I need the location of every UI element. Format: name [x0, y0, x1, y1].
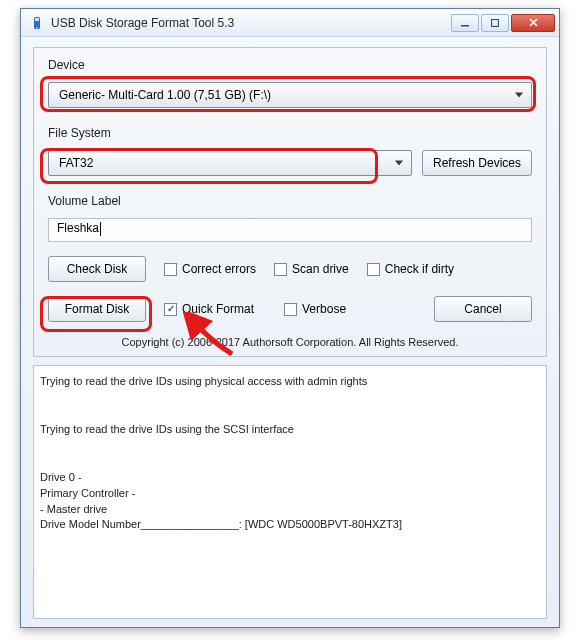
device-label: Device	[48, 58, 532, 72]
svg-rect-2	[36, 27, 38, 29]
filesystem-value: FAT32	[59, 156, 93, 170]
quick-format-checkbox[interactable]: ✓ Quick Format	[164, 302, 254, 316]
close-button[interactable]	[511, 14, 555, 32]
check-disk-button[interactable]: Check Disk	[48, 256, 146, 282]
main-panel: Device Generic- Multi-Card 1.00 (7,51 GB…	[33, 47, 547, 357]
checkbox-label: Verbose	[302, 302, 346, 316]
maximize-button[interactable]	[481, 14, 509, 32]
volume-label-value: Fleshka	[57, 221, 99, 235]
checkbox-label: Check if dirty	[385, 262, 454, 276]
device-dropdown[interactable]: Generic- Multi-Card 1.00 (7,51 GB) (F:\)	[48, 82, 532, 108]
app-icon	[29, 15, 45, 31]
client-area: Device Generic- Multi-Card 1.00 (7,51 GB…	[21, 37, 559, 627]
checkbox-label: Correct errors	[182, 262, 256, 276]
checkbox-box	[274, 263, 287, 276]
svg-rect-4	[492, 19, 499, 26]
check-disk-row: Check Disk Correct errors Scan drive Che…	[48, 256, 532, 282]
svg-rect-3	[461, 25, 469, 27]
filesystem-dropdown[interactable]: FAT32	[48, 150, 412, 176]
chevron-down-icon	[515, 93, 523, 98]
device-value: Generic- Multi-Card 1.00 (7,51 GB) (F:\)	[59, 88, 271, 102]
volume-label-label: Volume Label	[48, 194, 532, 208]
filesystem-label: File System	[48, 126, 412, 140]
format-row: Format Disk ✓ Quick Format Verbose Cance…	[48, 296, 532, 322]
format-disk-button[interactable]: Format Disk	[48, 296, 146, 322]
checkbox-box: ✓	[164, 303, 177, 316]
volume-label-input[interactable]: Fleshka	[48, 218, 532, 242]
correct-errors-checkbox[interactable]: Correct errors	[164, 262, 256, 276]
cancel-button[interactable]: Cancel	[434, 296, 532, 322]
refresh-devices-button[interactable]: Refresh Devices	[422, 150, 532, 176]
scan-drive-checkbox[interactable]: Scan drive	[274, 262, 349, 276]
verbose-checkbox[interactable]: Verbose	[284, 302, 346, 316]
titlebar: USB Disk Storage Format Tool 5.3	[21, 9, 559, 37]
check-if-dirty-checkbox[interactable]: Check if dirty	[367, 262, 454, 276]
log-output[interactable]: Trying to read the drive IDs using physi…	[33, 365, 547, 619]
minimize-button[interactable]	[451, 14, 479, 32]
checkbox-box	[164, 263, 177, 276]
svg-rect-1	[35, 18, 39, 21]
app-window: USB Disk Storage Format Tool 5.3 Device …	[20, 8, 560, 628]
checkbox-box	[367, 263, 380, 276]
chevron-down-icon	[395, 161, 403, 166]
checkbox-label: Scan drive	[292, 262, 349, 276]
window-controls	[451, 14, 555, 32]
copyright-text: Copyright (c) 2006-2017 Authorsoft Corpo…	[48, 336, 532, 348]
text-cursor	[100, 222, 101, 236]
window-title: USB Disk Storage Format Tool 5.3	[51, 16, 451, 30]
checkbox-box	[284, 303, 297, 316]
checkbox-label: Quick Format	[182, 302, 254, 316]
